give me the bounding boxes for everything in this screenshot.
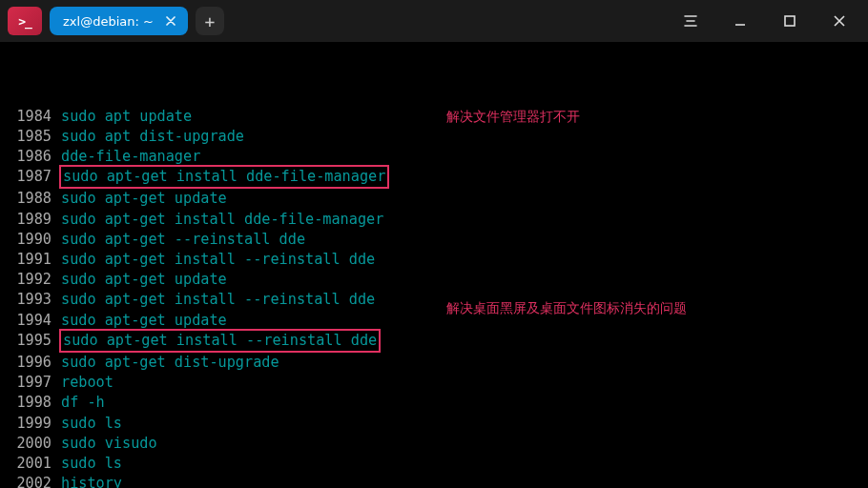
titlebar: zxl@debian: ~ + <box>0 0 868 42</box>
history-command-highlighted: sudo apt-get install dde-file-manager <box>59 165 389 189</box>
history-command: sudo apt-get --reinstall dde <box>61 230 305 250</box>
history-number: 1985 <box>6 127 61 147</box>
history-line: 2000sudo visudo <box>6 434 862 454</box>
history-number: 1987 <box>6 167 61 189</box>
history-number: 2001 <box>6 454 61 474</box>
history-line: 2001sudo ls <box>6 454 862 474</box>
history-line: 1992sudo apt-get update <box>6 270 862 290</box>
history-line: 1997reboot <box>6 373 862 393</box>
tab-title: zxl@debian: ~ <box>63 14 154 29</box>
history-line: 1987sudo apt-get install dde-file-manage… <box>6 167 862 189</box>
history-command: sudo visudo <box>61 434 157 454</box>
history-command: sudo ls <box>61 454 122 474</box>
history-line: 1988sudo apt-get update <box>6 189 862 209</box>
history-number: 1993 <box>6 290 61 310</box>
history-line: 1994sudo apt-get update <box>6 311 862 331</box>
history-command: history <box>61 474 122 488</box>
annotation-text: 解决桌面黑屏及桌面文件图标消失的问题 <box>446 298 687 318</box>
history-number: 1990 <box>6 230 61 250</box>
history-command: sudo apt-get update <box>61 189 227 209</box>
history-line: 1993sudo apt-get install --reinstall dde <box>6 290 862 310</box>
history-number: 1995 <box>6 331 61 353</box>
history-line: 1998df -h <box>6 393 862 413</box>
history-command: dde-file-manager <box>61 147 200 167</box>
terminal-app-icon[interactable] <box>8 7 42 35</box>
terminal-window: zxl@debian: ~ + 1984sudo apt update1985s… <box>0 0 868 488</box>
history-command: reboot <box>61 373 114 393</box>
history-command: sudo ls <box>61 414 122 434</box>
history-line: 1984sudo apt update <box>6 107 862 127</box>
history-number: 1998 <box>6 393 61 413</box>
new-tab-button[interactable]: + <box>196 7 224 35</box>
terminal-body[interactable]: 1984sudo apt update1985sudo apt dist-upg… <box>0 42 868 488</box>
history-command: sudo apt-get dist-upgrade <box>61 353 279 373</box>
history-number: 2000 <box>6 434 61 454</box>
history-number: 1994 <box>6 311 61 331</box>
history-command: sudo apt-get install --reinstall dde <box>61 290 375 310</box>
history-line: 1986dde-file-manager <box>6 147 862 167</box>
annotation-text: 解决文件管理器打不开 <box>446 107 580 127</box>
history-number: 1999 <box>6 414 61 434</box>
history-number: 1984 <box>6 107 61 127</box>
close-tab-icon[interactable] <box>163 13 178 29</box>
history-line: 1995sudo apt-get install --reinstall dde <box>6 331 862 353</box>
history-command: df -h <box>61 393 105 413</box>
maximize-icon[interactable] <box>769 0 811 42</box>
plus-icon: + <box>204 11 215 31</box>
menu-icon[interactable] <box>670 0 712 42</box>
svg-rect-0 <box>785 16 795 26</box>
history-command: sudo apt-get update <box>61 270 227 290</box>
history-number: 1997 <box>6 373 61 393</box>
history-command: sudo apt-get update <box>61 311 227 331</box>
terminal-tab[interactable]: zxl@debian: ~ <box>50 7 188 35</box>
history-line: 1985sudo apt dist-upgrade <box>6 127 862 147</box>
history-number: 1986 <box>6 147 61 167</box>
history-command: sudo apt-get install --reinstall dde <box>61 250 375 270</box>
history-number: 2002 <box>6 474 61 488</box>
history-number: 1989 <box>6 210 61 230</box>
minimize-icon[interactable] <box>719 0 761 42</box>
history-line: 1999sudo ls <box>6 414 862 434</box>
history-number: 1992 <box>6 270 61 290</box>
history-number: 1996 <box>6 353 61 373</box>
history-line: 1990sudo apt-get --reinstall dde <box>6 230 862 250</box>
history-command: sudo apt dist-upgrade <box>61 127 244 147</box>
history-number: 1988 <box>6 189 61 209</box>
history-command-highlighted: sudo apt-get install --reinstall dde <box>59 329 381 353</box>
history-line: 1989sudo apt-get install dde-file-manage… <box>6 210 862 230</box>
history-command: sudo apt-get install dde-file-manager <box>61 210 383 230</box>
history-number: 1991 <box>6 250 61 270</box>
history-line: 2002history <box>6 474 862 488</box>
close-icon[interactable] <box>818 0 860 42</box>
history-line: 1996sudo apt-get dist-upgrade <box>6 353 862 373</box>
history-command: sudo apt update <box>61 107 192 127</box>
history-line: 1991sudo apt-get install --reinstall dde <box>6 250 862 270</box>
